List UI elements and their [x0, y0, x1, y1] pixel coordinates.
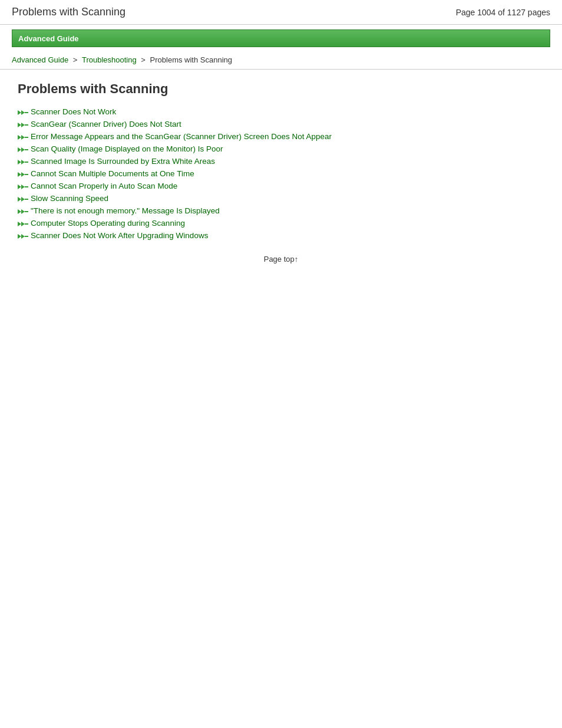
- list-item: ScanGear (Scanner Driver) Does Not Start: [18, 120, 544, 129]
- link-item-0[interactable]: Scanner Does Not Work: [31, 107, 116, 116]
- list-item: Scan Quality (Image Displayed on the Mon…: [18, 144, 544, 153]
- page-top-link[interactable]: Page top↑: [264, 255, 299, 263]
- arrow-icon: [18, 146, 28, 153]
- link-item-10[interactable]: Scanner Does Not Work After Upgrading Wi…: [31, 231, 208, 240]
- link-item-8[interactable]: "There is not enough memory." Message Is…: [31, 206, 220, 215]
- svg-rect-8: [25, 137, 28, 138]
- breadcrumb-separator-1: >: [73, 55, 80, 64]
- svg-rect-32: [25, 236, 28, 237]
- link-item-9[interactable]: Computer Stops Operating during Scanning: [31, 219, 185, 228]
- link-item-6[interactable]: Cannot Scan Properly in Auto Scan Mode: [31, 182, 177, 190]
- arrow-icon: [18, 170, 28, 177]
- arrow-icon: [18, 183, 28, 190]
- svg-rect-17: [25, 174, 28, 175]
- svg-marker-22: [21, 197, 25, 202]
- list-item: Computer Stops Operating during Scanning: [18, 219, 544, 228]
- svg-marker-0: [18, 110, 21, 115]
- svg-marker-9: [18, 147, 21, 152]
- link-list: Scanner Does Not Work ScanGear (Scanner …: [18, 107, 544, 240]
- link-item-7[interactable]: Slow Scanning Speed: [31, 194, 108, 203]
- svg-marker-21: [18, 197, 21, 202]
- breadcrumb-advanced-guide[interactable]: Advanced Guide: [12, 55, 68, 64]
- link-item-2[interactable]: Error Message Appears and the ScanGear (…: [31, 132, 332, 141]
- svg-marker-15: [18, 172, 21, 177]
- link-item-4[interactable]: Scanned Image Is Surrounded by Extra Whi…: [31, 157, 215, 166]
- svg-rect-14: [25, 162, 28, 163]
- svg-marker-27: [18, 222, 21, 226]
- svg-rect-23: [25, 199, 28, 200]
- svg-marker-25: [21, 209, 25, 214]
- svg-marker-1: [21, 110, 25, 115]
- list-item: Scanned Image Is Surrounded by Extra Whi…: [18, 157, 544, 166]
- svg-marker-16: [21, 172, 25, 177]
- svg-marker-24: [18, 209, 21, 214]
- svg-marker-7: [21, 135, 25, 140]
- svg-marker-19: [21, 185, 25, 189]
- arrow-icon: [18, 133, 28, 140]
- arrow-icon: [18, 121, 28, 128]
- svg-marker-3: [18, 123, 21, 127]
- breadcrumb: Advanced Guide > Troubleshooting > Probl…: [0, 52, 562, 70]
- arrow-icon: [18, 195, 28, 202]
- list-item: Error Message Appears and the ScanGear (…: [18, 132, 544, 141]
- list-item: Scanner Does Not Work After Upgrading Wi…: [18, 231, 544, 240]
- svg-marker-30: [18, 234, 21, 239]
- svg-marker-28: [21, 222, 25, 226]
- svg-marker-6: [18, 135, 21, 140]
- arrow-icon: [18, 158, 28, 165]
- main-content: Problems with Scanning Scanner Does Not …: [0, 70, 562, 275]
- list-item: Cannot Scan Properly in Auto Scan Mode: [18, 182, 544, 190]
- svg-marker-10: [21, 147, 25, 152]
- svg-rect-20: [25, 186, 28, 187]
- breadcrumb-separator-2: >: [141, 55, 147, 64]
- svg-rect-26: [25, 211, 28, 212]
- list-item: "There is not enough memory." Message Is…: [18, 206, 544, 215]
- svg-marker-18: [18, 185, 21, 189]
- nav-bar: Advanced Guide: [12, 29, 550, 47]
- svg-marker-13: [21, 160, 25, 164]
- svg-rect-29: [25, 223, 28, 225]
- svg-rect-11: [25, 149, 28, 150]
- list-item: Slow Scanning Speed: [18, 194, 544, 203]
- page-number: Page 1004 of 1127 pages: [456, 8, 550, 17]
- main-heading: Problems with Scanning: [18, 81, 544, 97]
- breadcrumb-current: Problems with Scanning: [150, 55, 232, 64]
- svg-rect-2: [25, 112, 28, 113]
- arrow-icon: [18, 220, 28, 227]
- link-item-3[interactable]: Scan Quality (Image Displayed on the Mon…: [31, 144, 223, 153]
- svg-marker-4: [21, 123, 25, 127]
- breadcrumb-troubleshooting[interactable]: Troubleshooting: [82, 55, 137, 64]
- link-item-1[interactable]: ScanGear (Scanner Driver) Does Not Start: [31, 120, 181, 129]
- page-header: Problems with Scanning Page 1004 of 1127…: [0, 0, 562, 25]
- page-top: Page top↑: [18, 254, 544, 263]
- list-item: Scanner Does Not Work: [18, 107, 544, 116]
- link-item-5[interactable]: Cannot Scan Multiple Documents at One Ti…: [31, 169, 194, 178]
- arrow-icon: [18, 207, 28, 215]
- nav-bar-label: Advanced Guide: [18, 34, 79, 43]
- svg-marker-12: [18, 160, 21, 164]
- arrow-icon: [18, 232, 28, 239]
- svg-rect-5: [25, 124, 28, 126]
- svg-marker-31: [21, 234, 25, 239]
- page-title-header: Problems with Scanning: [12, 6, 125, 18]
- list-item: Cannot Scan Multiple Documents at One Ti…: [18, 169, 544, 178]
- arrow-icon: [18, 108, 28, 116]
